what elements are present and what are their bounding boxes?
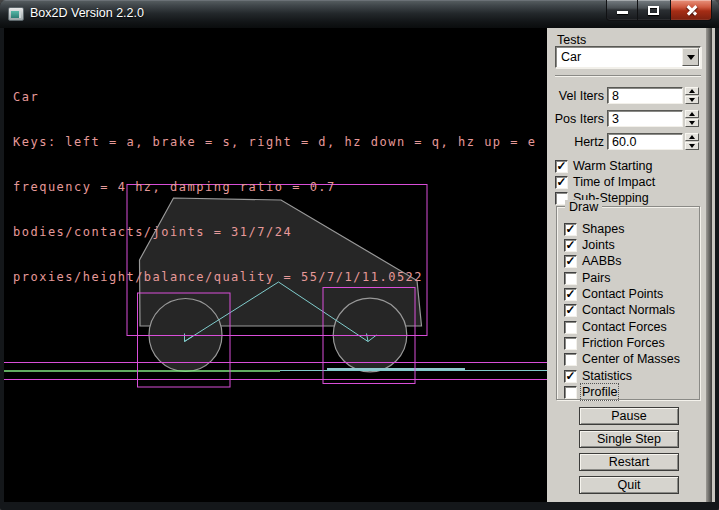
spinner-up-button[interactable] [685,110,699,118]
client-area: Car Keys: left = a, brake = s, right = d… [4,28,715,502]
checkbox-label: Time of Impact [573,175,655,189]
arrow-up-icon [689,112,695,116]
maximize-icon [648,6,659,15]
app-icon [8,7,24,21]
checkbox-label: Contact Forces [582,320,667,334]
maximize-button[interactable] [638,0,670,21]
checkbox-box[interactable]: ✓ [564,304,577,317]
checkbox-pairs[interactable]: Pairs [564,271,610,285]
dropdown-arrow-button[interactable] [682,48,699,66]
bodies-stats: bodies/contacts/joints = 31/7/24 [13,225,536,240]
checkbox-label: AABBs [582,254,622,268]
proxies-stats: proxies/height/balance/quality = 55/7/1/… [13,270,536,285]
test-name: Car [13,90,536,105]
checkbox-box[interactable] [564,272,577,285]
hertz-label: Hertz [547,135,604,149]
checkbox-box[interactable] [564,386,577,399]
checkbox-box[interactable]: ✓ [564,288,577,301]
checkbox-shapes[interactable]: ✓ Shapes [564,222,624,236]
checkbox-box[interactable] [564,353,577,366]
checkbox-label: Friction Forces [582,336,665,350]
window-title: Box2D Version 2.2.0 [30,0,144,28]
vel-iters-label: Vel Iters [547,89,604,103]
arrow-down-icon [689,121,695,125]
checkbox-time-of-impact[interactable]: ✓ Time of Impact [555,175,655,189]
checkbox-contact-forces[interactable]: Contact Forces [564,320,667,334]
checkbox-friction-forces[interactable]: Friction Forces [564,336,665,350]
checkbox-box[interactable]: ✓ [555,160,568,173]
checkbox-center-of-masses[interactable]: Center of Masses [564,352,680,366]
pause-button[interactable]: Pause [579,407,679,425]
checkbox-label: Shapes [582,222,624,236]
checkbox-contact-points[interactable]: ✓ Contact Points [564,287,663,301]
test-select-value: Car [561,49,581,66]
checkbox-warm-starting[interactable]: ✓ Warm Starting [555,159,652,173]
arrow-down-icon [689,144,695,148]
pos-iters-label: Pos Iters [547,112,604,126]
pos-iters-spinner[interactable] [685,110,699,127]
tests-label: Tests [557,33,586,47]
checkbox-profile[interactable]: Profile [564,385,617,399]
arrow-down-icon [689,98,695,102]
checkbox-label: Profile [582,385,617,399]
checkbox-label: Contact Normals [582,303,675,317]
checkbox-label: Center of Masses [582,352,680,366]
checkbox-label: Pairs [582,271,610,285]
spinner-up-button[interactable] [685,87,699,95]
checkbox-contact-normals[interactable]: ✓ Contact Normals [564,303,675,317]
checkbox-joints[interactable]: ✓ Joints [564,238,615,252]
arrow-up-icon [689,89,695,93]
test-select-dropdown[interactable]: Car [555,46,701,68]
box2d-window: Box2D Version 2.2.0 [0,0,719,510]
checkbox-statistics[interactable]: ✓ Statistics [564,369,632,383]
single-step-button[interactable]: Single Step [579,430,679,448]
close-icon [685,4,698,17]
stats-text: Car Keys: left = a, brake = s, right = d… [13,60,536,315]
control-panel: Tests Car Vel Iters 8 Pos Iters 3 [547,28,715,502]
titlebar[interactable]: Box2D Version 2.2.0 [0,0,719,28]
hertz-spinner[interactable] [685,133,699,150]
checkbox-box[interactable]: ✓ [564,255,577,268]
quit-button[interactable]: Quit [579,476,679,494]
checkbox-label: Statistics [582,369,632,383]
checkbox-label: Joints [582,238,615,252]
checkbox-box[interactable]: ✓ [564,239,577,252]
frequency-info: frequency = 4 hz, damping ratio = 0.7 [13,180,536,195]
arrow-up-icon [689,135,695,139]
checkbox-label: Contact Points [582,287,663,301]
pos-iters-input[interactable]: 3 [607,110,683,127]
checkbox-label: Warm Starting [573,159,652,173]
separator [555,75,701,77]
checkbox-box[interactable] [564,321,577,334]
minimize-button[interactable] [606,0,638,21]
spinner-down-button[interactable] [685,142,699,150]
chevron-down-icon [687,55,695,60]
simulation-canvas[interactable]: Car Keys: left = a, brake = s, right = d… [4,28,547,502]
vel-iters-input[interactable]: 8 [607,87,683,104]
close-button[interactable] [670,0,712,21]
checkbox-box[interactable] [564,337,577,350]
checkbox-box[interactable]: ✓ [564,370,577,383]
vel-iters-spinner[interactable] [685,87,699,104]
checkbox-aabbs[interactable]: ✓ AABBs [564,254,622,268]
spinner-down-button[interactable] [685,119,699,127]
checkbox-box[interactable]: ✓ [564,223,577,236]
draw-group-label: Draw [565,200,602,214]
keys-help: Keys: left = a, brake = s, right = d, hz… [13,135,536,150]
panel-edge [712,28,715,502]
spinner-down-button[interactable] [685,96,699,104]
minimize-icon [617,11,628,14]
hertz-input[interactable]: 60.0 [607,133,683,150]
restart-button[interactable]: Restart [579,453,679,471]
checkbox-box[interactable]: ✓ [555,176,568,189]
spinner-up-button[interactable] [685,133,699,141]
